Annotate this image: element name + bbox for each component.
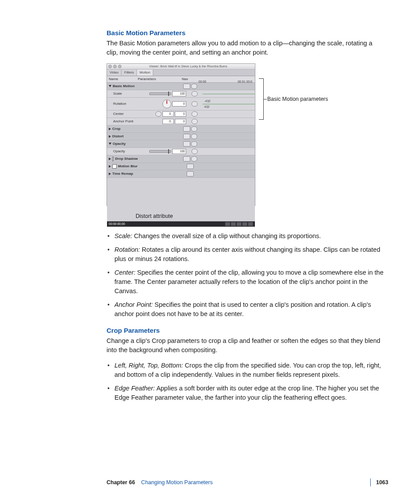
- keyframe-menu-button[interactable]: [191, 134, 197, 139]
- keyframe-graph-line: [203, 94, 255, 94]
- keyframe-menu-button[interactable]: [191, 156, 197, 162]
- list-item: Center: Specifies the center point of th…: [107, 268, 385, 296]
- traffic-light-icon[interactable]: [113, 65, 117, 68]
- group-label: Basic Motion: [113, 84, 135, 89]
- group-opacity[interactable]: Opacity: [107, 140, 255, 148]
- scale-value[interactable]: 100: [172, 91, 186, 96]
- param-center: Center 0 ,0: [107, 110, 255, 118]
- status-bar: 00:00:00;00: [107, 221, 255, 227]
- rotation-range-top: 432: [204, 105, 210, 109]
- bullet-text: Specifies the point that is used to cent…: [114, 301, 371, 317]
- param-rotation: Rotation 0 432 -432: [107, 98, 255, 110]
- bullet-term: Anchor Point:: [114, 301, 153, 308]
- scale-slider[interactable]: [149, 92, 171, 95]
- keyframe-graph-line: [203, 104, 255, 104]
- footer-page-number: 1063: [370, 478, 388, 486]
- callout-basic-motion-params: Basic Motion parameters: [259, 78, 328, 120]
- reset-button[interactable]: [187, 171, 194, 177]
- param-label: Scale: [113, 91, 122, 96]
- keyframe-menu-button[interactable]: [191, 126, 197, 132]
- nav-button[interactable]: [225, 222, 230, 226]
- callout-distort-attribute: Distort attribute: [136, 212, 173, 220]
- list-item: Left, Right, Top, Bottom: Crops the clip…: [107, 361, 385, 379]
- page: Basic Motion Parameters The Basic Motion…: [0, 0, 420, 504]
- disclosure-right-icon[interactable]: [109, 128, 111, 130]
- section-title-basic-motion: Basic Motion Parameters: [107, 28, 385, 38]
- drop-shadow-checkbox[interactable]: [112, 157, 114, 161]
- tab-motion[interactable]: Motion: [137, 70, 153, 76]
- center-x[interactable]: 0 ,: [162, 111, 174, 117]
- nav-button[interactable]: [242, 222, 247, 226]
- tab-filters[interactable]: Filters: [122, 70, 137, 76]
- nav-button[interactable]: [231, 222, 236, 226]
- disclosure-down-icon[interactable]: [109, 85, 111, 87]
- group-label: Distort: [112, 134, 124, 139]
- motion-blur-checkbox[interactable]: [112, 164, 117, 169]
- rotation-value[interactable]: 0: [172, 101, 186, 107]
- reset-button[interactable]: [183, 134, 190, 139]
- reset-button[interactable]: [183, 156, 190, 162]
- callout-label: Basic Motion parameters: [267, 95, 328, 103]
- group-label: Crop: [112, 126, 121, 132]
- group-label: Opacity: [113, 141, 125, 147]
- opacity-slider[interactable]: [149, 150, 171, 153]
- nav-button[interactable]: [236, 222, 242, 226]
- keyframe-button[interactable]: [192, 91, 198, 96]
- reset-button[interactable]: [183, 141, 190, 147]
- anchor-x[interactable]: 0 ,: [162, 119, 174, 124]
- viewer-titlebar: Viewer: Brick Wall.tif in Steve Lucky & …: [107, 64, 255, 70]
- keyframe-button[interactable]: [192, 111, 198, 117]
- bullet-term: Rotation:: [114, 246, 140, 253]
- empty-area: [107, 178, 255, 221]
- bullet-text: Rotates a clip around its center axis wi…: [114, 246, 380, 262]
- columns-header: Name Parameters Nav 00:00 00:01:30:0: [107, 76, 255, 83]
- group-motion-blur[interactable]: Motion Blur: [107, 163, 255, 170]
- keyframe-button[interactable]: [192, 149, 198, 154]
- traffic-light-icon[interactable]: [108, 65, 112, 68]
- list-item: Rotation: Rotates a clip around its cent…: [107, 245, 385, 264]
- reset-button[interactable]: [187, 164, 194, 169]
- group-drop-shadow[interactable]: Drop Shadow: [107, 155, 255, 163]
- viewer-window: Viewer: Brick Wall.tif in Steve Lucky & …: [107, 63, 255, 206]
- rotation-range-bottom: -432: [204, 99, 210, 103]
- disclosure-right-icon[interactable]: [109, 135, 111, 138]
- keyframe-button[interactable]: [192, 101, 198, 107]
- reset-button[interactable]: [183, 126, 190, 132]
- figure-motion-tab: Viewer: Brick Wall.tif in Steve Lucky & …: [107, 63, 385, 222]
- disclosure-right-icon[interactable]: [109, 165, 111, 168]
- group-basic-motion[interactable]: Basic Motion: [107, 83, 255, 90]
- viewer-tabs: Video Filters Motion: [107, 70, 255, 76]
- tab-video[interactable]: Video: [107, 70, 122, 76]
- crosshair-button[interactable]: [155, 111, 162, 117]
- list-item: Scale: Changes the overall size of a cli…: [107, 232, 385, 241]
- group-label: Drop Shadow: [115, 156, 138, 162]
- param-anchor-point: Anchor Point 0 ,0: [107, 118, 255, 125]
- group-time-remap[interactable]: Time Remap: [107, 170, 255, 178]
- bullet-text: Specifies the center point of the clip, …: [114, 269, 383, 294]
- keyframe-menu-button[interactable]: [191, 84, 197, 89]
- rotation-dial[interactable]: [162, 99, 171, 108]
- disclosure-right-icon[interactable]: [109, 173, 111, 175]
- crop-bullets: Left, Right, Top, Bottom: Crops the clip…: [107, 361, 385, 402]
- keyframe-menu-button[interactable]: [191, 141, 197, 147]
- nav-button[interactable]: [248, 222, 253, 226]
- keyframe-button[interactable]: [192, 119, 198, 124]
- disclosure-right-icon[interactable]: [109, 158, 111, 160]
- anchor-y[interactable]: 0: [175, 119, 186, 124]
- reset-button[interactable]: [183, 84, 190, 89]
- callout-bracket: [259, 78, 264, 120]
- disclosure-down-icon[interactable]: [109, 143, 111, 145]
- basic-motion-bullets: Scale: Changes the overall size of a cli…: [107, 232, 385, 319]
- ruler-end: 00:01:30:0: [238, 80, 252, 84]
- param-label: Rotation: [113, 101, 126, 107]
- traffic-light-icon[interactable]: [118, 65, 122, 68]
- center-y[interactable]: 0: [175, 111, 186, 117]
- col-nav: Nav: [182, 77, 197, 82]
- ruler-start: 00:00: [199, 80, 206, 84]
- group-crop[interactable]: Crop: [107, 125, 255, 133]
- bullet-term: Scale:: [114, 232, 132, 239]
- section-intro-basic-motion: The Basic Motion parameters allow you to…: [107, 39, 385, 57]
- opacity-value[interactable]: 100: [172, 149, 186, 154]
- group-distort[interactable]: Distort: [107, 133, 255, 140]
- param-scale: Scale 100: [107, 90, 255, 98]
